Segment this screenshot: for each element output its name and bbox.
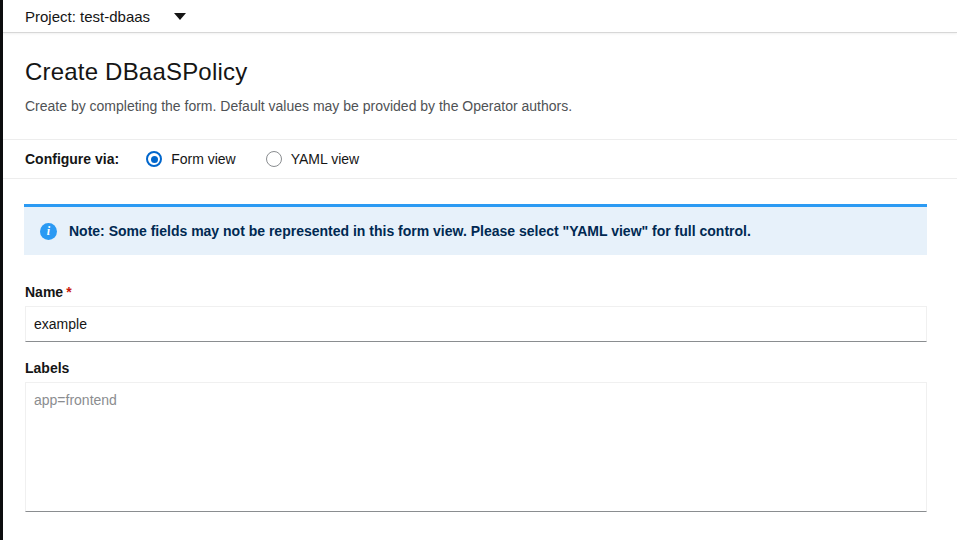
create-form: Name* Labels [0, 284, 957, 512]
page-title: Create DBaaSPolicy [25, 57, 927, 87]
labels-field-label-row: Labels [25, 360, 927, 376]
topbar: Project: test-dbaas [0, 0, 957, 33]
caret-down-icon [174, 13, 186, 20]
configure-via-label: Configure via: [25, 151, 119, 167]
radio-selected-icon[interactable] [146, 151, 162, 167]
radio-unselected-icon[interactable] [266, 151, 282, 167]
required-asterisk: * [66, 284, 71, 300]
name-field-label: Name [25, 284, 63, 300]
radio-yaml-view[interactable]: YAML view [266, 151, 359, 167]
configure-via-row: Configure via: Form view YAML view [0, 140, 957, 179]
name-input[interactable] [25, 306, 927, 342]
info-alert: i Note: Some fields may not be represent… [24, 204, 927, 255]
radio-yaml-view-label: YAML view [291, 151, 359, 167]
left-nav-strip [0, 0, 3, 540]
project-selector-dropdown[interactable]: Project: test-dbaas [25, 8, 186, 25]
info-alert-text: Note: Some fields may not be represented… [69, 223, 751, 239]
labels-field-label: Labels [25, 360, 69, 376]
radio-form-view[interactable]: Form view [146, 151, 236, 167]
labels-textarea[interactable] [25, 382, 927, 512]
page-subtitle: Create by completing the form. Default v… [25, 96, 927, 117]
name-field-label-row: Name* [25, 284, 927, 300]
page-header: Create DBaaSPolicy Create by completing … [0, 33, 957, 140]
radio-form-view-label: Form view [171, 151, 236, 167]
info-icon: i [40, 223, 57, 240]
project-selector-label: Project: test-dbaas [25, 8, 150, 25]
